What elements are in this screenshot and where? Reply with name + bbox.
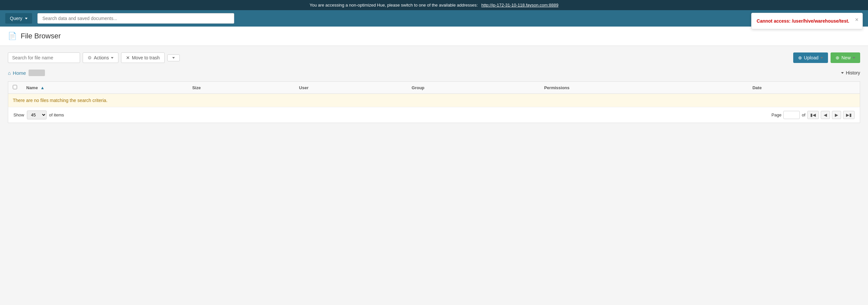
navbar: Query Cannot access: /user/hive/warehous… [0,10,868,27]
last-page-button[interactable]: ▶▮ [843,111,855,119]
table-col-name[interactable]: Name ▲ [22,82,188,94]
page-header: 📄 File Browser [0,27,868,46]
navbar-search-container [37,13,858,24]
table-col-group[interactable]: Group [407,82,539,94]
breadcrumb-row: ⌂ Home History [8,68,860,78]
page-nav: Page of ▮◀ ◀ ▶ ▶▮ [772,111,855,119]
error-popup: Cannot access: /user/hive/warehouse/test… [751,13,863,29]
table-header: Name ▲ Size User Group Permissions Date [8,82,860,94]
gear-icon: ⚙ [88,55,92,60]
upload-label: Upload [804,55,818,60]
table-col-checkbox [8,82,22,94]
show-items: Show 15 30 45 100 of items [13,111,64,119]
more-actions-button[interactable] [167,55,180,61]
upload-button[interactable]: ⊕ Upload [793,53,828,63]
history-caret-icon [841,72,844,74]
empty-message: There are no files matching the search c… [8,94,860,107]
actions-caret-icon [111,57,114,59]
new-button[interactable]: ⊕ New [831,53,860,63]
error-message: Cannot access: /user/hive/warehouse/test… [757,18,849,24]
move-to-trash-label: Move to trash [132,55,160,60]
error-close-button[interactable]: × [855,17,859,23]
prev-page-button[interactable]: ◀ [821,111,830,119]
notification-bar: You are accessing a non-optimized Hue, p… [0,0,868,10]
home-icon: ⌂ [8,70,11,76]
first-page-button[interactable]: ▮◀ [807,111,819,119]
show-label: Show [13,113,24,117]
table-col-user[interactable]: User [294,82,407,94]
show-select[interactable]: 15 30 45 100 [27,111,46,119]
page-label: Page [772,113,781,117]
page-input[interactable] [783,111,800,119]
new-plus-icon: ⊕ [836,55,839,60]
actions-button[interactable]: ⚙ Actions [83,53,118,63]
notification-url[interactable]: http://ip-172-31-10-118.fayson.com:8889 [481,3,558,7]
query-label: Query [10,16,22,21]
breadcrumb-sub [29,69,45,76]
next-page-button[interactable]: ▶ [832,111,841,119]
search-input[interactable] [8,53,80,63]
table-col-date[interactable]: Date [748,82,860,94]
page-title: File Browser [21,32,61,40]
right-toolbar: ⊕ Upload ⊕ New [793,53,860,63]
new-label: New [841,55,850,60]
breadcrumb-links: ⌂ Home [8,69,45,76]
of-label: of [802,113,805,117]
upload-icon: ⊕ [798,55,802,60]
history-label: History [846,70,860,75]
query-button[interactable]: Query [5,13,32,24]
select-all-checkbox[interactable] [13,85,17,89]
notification-text: You are accessing a non-optimized Hue, p… [310,3,478,7]
actions-label: Actions [94,55,109,60]
empty-message-row: There are no files matching the search c… [8,94,860,107]
sort-asc-icon: ▲ [40,85,44,90]
table-body: There are no files matching the search c… [8,94,860,107]
file-browser-icon: 📄 [8,32,17,40]
upload-caret-icon [820,57,823,59]
file-table: Name ▲ Size User Group Permissions Date [8,81,860,107]
move-to-trash-button[interactable]: ✕ Move to trash [121,53,165,63]
trash-icon: ✕ [126,55,130,60]
home-label: Home [13,70,26,76]
toolbar: ⚙ Actions ✕ Move to trash ⊕ Upload ⊕ New [8,53,860,63]
history-button[interactable]: History [841,70,860,75]
navbar-search-input[interactable] [37,13,234,24]
items-label: of items [49,113,64,117]
new-caret-icon [852,57,855,59]
more-caret-icon [172,57,175,59]
table-col-permissions[interactable]: Permissions [539,82,748,94]
content-area: ⚙ Actions ✕ Move to trash ⊕ Upload ⊕ New [0,46,868,129]
query-caret-icon [25,18,28,19]
pagination-bar: Show 15 30 45 100 of items Page of ▮◀ ◀ … [8,107,860,123]
table-col-size[interactable]: Size [188,82,294,94]
home-link[interactable]: ⌂ Home [8,70,26,76]
